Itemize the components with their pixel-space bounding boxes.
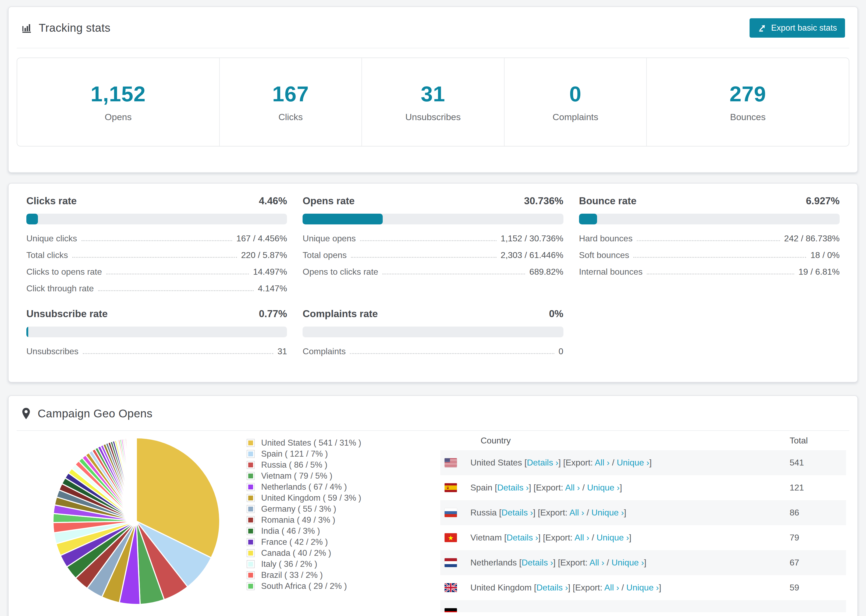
legend-swatch: [247, 516, 255, 524]
export-all-link[interactable]: All ›: [595, 458, 609, 467]
geo-legend: United States ( 541 / 31% )Spain ( 121 /…: [247, 437, 386, 592]
country-cell: Netherlands [Details ›] [Export: All › /…: [471, 558, 790, 567]
rate-progress-fill: [302, 214, 383, 225]
stat-value: 279: [650, 82, 846, 107]
details-link[interactable]: Details ›: [521, 558, 553, 567]
separator: /: [589, 533, 597, 542]
legend-label: United States ( 541 / 31% ): [261, 438, 361, 448]
legend-swatch: [247, 450, 255, 458]
rate-detail-row: Total opens2,303 / 61.446%: [302, 250, 563, 260]
bracket: ] [Export:: [568, 583, 604, 592]
stat-value: 31: [365, 82, 501, 107]
rate-detail-row: Unique opens1,152 / 30.736%: [302, 234, 563, 243]
stat-label: Bounces: [650, 112, 846, 122]
rate-detail-value: 14.497%: [253, 267, 287, 277]
legend-swatch: [247, 549, 255, 557]
rate-detail-value: 1,152 / 30.736%: [501, 234, 564, 243]
export-unique-link[interactable]: Unique ›: [597, 533, 629, 542]
rates-grid: Clicks rate4.46%Unique clicks167 / 4.456…: [9, 184, 857, 382]
rate-detail-value: 220 / 5.87%: [241, 250, 287, 260]
rate-title: Complaints rate: [302, 308, 378, 319]
bracket: ] [Export:: [558, 458, 595, 467]
rate-panel-opens-rate: Opens rate30.736%Unique opens1,152 / 30.…: [302, 195, 563, 293]
export-all-link[interactable]: All ›: [575, 533, 589, 542]
rate-panel-unsubscribe-rate: Unsubscribe rate0.77%Unsubscribes31: [26, 308, 287, 356]
export-unique-link[interactable]: Unique ›: [587, 483, 620, 492]
export-unique-link[interactable]: Unique ›: [627, 583, 659, 592]
export-all-link[interactable]: All ›: [589, 558, 604, 567]
geo-pie-chart: [50, 435, 222, 607]
export-unique-link[interactable]: Unique ›: [591, 508, 624, 517]
rate-detail-row: Unique clicks167 / 4.456%: [26, 234, 287, 243]
export-basic-stats-button[interactable]: Export basic stats: [749, 18, 845, 38]
table-row: United Kingdom [Details ›] [Export: All …: [440, 575, 846, 600]
dotted-leader: [82, 240, 232, 241]
country-name: United Kingdom: [471, 583, 532, 592]
separator: /: [619, 583, 627, 592]
stats-summary: 1,152Opens167Clicks31Unsubscribes0Compla…: [17, 58, 849, 146]
legend-item: Vietnam ( 79 / 5% ): [247, 470, 386, 481]
country-cell: Russia [Details ›] [Export: All › / Uniq…: [471, 508, 790, 518]
es-flag-icon: [444, 483, 457, 492]
separator: /: [584, 508, 591, 517]
dotted-leader: [106, 273, 249, 274]
dotted-leader: [360, 240, 496, 241]
legend-swatch: [247, 472, 255, 480]
stat-label: Clicks: [222, 112, 359, 122]
stat-tile-bounces: 279Bounces: [646, 58, 849, 146]
details-link[interactable]: Details ›: [497, 483, 529, 492]
legend-label: Vietnam ( 79 / 5% ): [261, 471, 332, 481]
export-all-link[interactable]: All ›: [604, 583, 619, 592]
rate-detail-value: 0: [559, 346, 564, 356]
rate-title: Unsubscribe rate: [26, 308, 107, 319]
rate-detail-row: Opens to clicks rate689.82%: [302, 267, 563, 277]
rate-detail-label: Hard bounces: [579, 234, 633, 243]
legend-label: Romania ( 49 / 3% ): [261, 515, 335, 525]
legend-swatch: [247, 439, 255, 447]
dotted-leader: [72, 257, 237, 258]
legend-label: France ( 42 / 2% ): [261, 537, 328, 547]
vn-flag-icon: [444, 533, 457, 542]
rate-detail-value: 18 / 0%: [810, 250, 840, 260]
tracking-stats-card: Tracking stats Export basic stats 1,152O…: [8, 6, 858, 173]
total-cell: 541: [790, 458, 846, 468]
rate-panel-clicks-rate: Clicks rate4.46%Unique clicks167 / 4.456…: [26, 195, 287, 293]
rate-progress-bar: [579, 214, 840, 225]
rate-detail-list: Unsubscribes31: [26, 346, 287, 356]
table-row: United States [Details ›] [Export: All ›…: [440, 450, 846, 475]
legend-swatch: [247, 494, 255, 502]
rate-title: Clicks rate: [26, 195, 77, 207]
stat-label: Complaints: [507, 112, 644, 122]
details-link[interactable]: Details ›: [527, 458, 558, 467]
rate-detail-label: Clicks to opens rate: [26, 267, 102, 277]
rate-detail-label: Total clicks: [26, 250, 68, 260]
export-all-link[interactable]: All ›: [569, 508, 584, 517]
legend-label: Italy ( 36 / 2% ): [261, 559, 317, 569]
rate-detail-value: 31: [277, 346, 287, 356]
country-name: Vietnam: [471, 533, 502, 542]
export-unique-link[interactable]: Unique ›: [612, 558, 644, 567]
bracket: [: [502, 533, 507, 542]
bracket: [: [517, 558, 522, 567]
total-cell: 67: [790, 558, 846, 567]
details-link[interactable]: Details ›: [502, 508, 533, 517]
map-pin-icon: [21, 407, 31, 420]
details-link[interactable]: Details ›: [507, 533, 538, 542]
ru-flag-icon: [444, 508, 457, 517]
table-row-partial: [440, 600, 846, 612]
details-link[interactable]: Details ›: [536, 583, 568, 592]
legend-label: United Kingdom ( 59 / 3% ): [261, 493, 361, 503]
tracking-stats-header: Tracking stats Export basic stats: [9, 7, 857, 48]
legend-item: Canada ( 40 / 2% ): [247, 547, 386, 558]
geo-header: Campaign Geo Opens: [9, 396, 857, 430]
geo-table-body: United States [Details ›] [Export: All ›…: [440, 450, 846, 612]
export-all-link[interactable]: All ›: [565, 483, 580, 492]
export-unique-link[interactable]: Unique ›: [617, 458, 649, 467]
rate-detail-value: 4.147%: [258, 284, 287, 293]
rate-detail-list: Complaints0: [302, 346, 563, 356]
stat-tile-clicks: 167Clicks: [219, 58, 361, 146]
bracket: ]: [629, 533, 631, 542]
rate-detail-row: Click through rate4.147%: [26, 284, 287, 293]
rate-detail-row: Soft bounces18 / 0%: [579, 250, 840, 260]
total-cell: 79: [790, 533, 846, 543]
